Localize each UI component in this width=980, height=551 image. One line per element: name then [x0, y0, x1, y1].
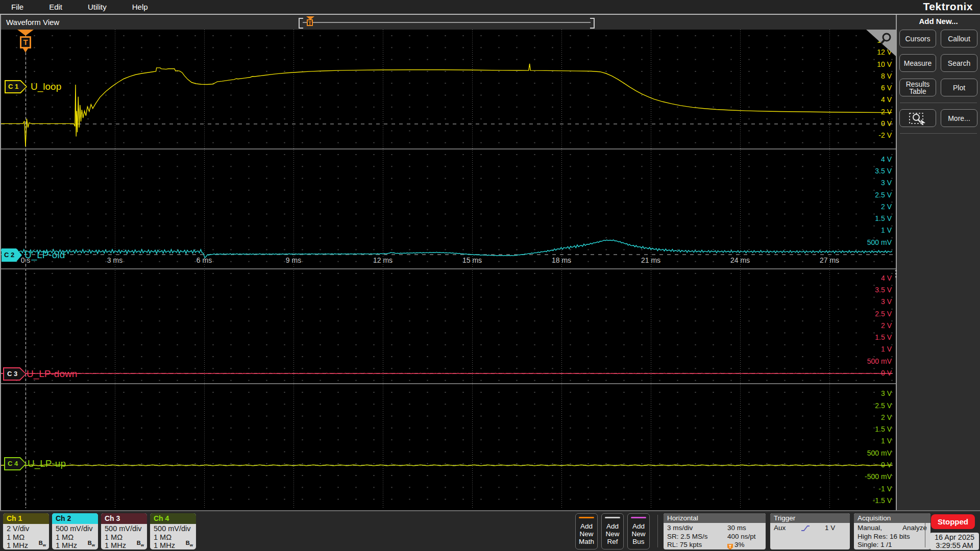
waveform-trace-U_LP-down: [1, 373, 892, 374]
channel-3-badge-header: Ch 3: [101, 513, 147, 524]
axis-label: 8 V: [846, 72, 892, 80]
trigger-panel[interactable]: Trigger Aux 1 V: [770, 513, 850, 549]
zoom-select-button[interactable]: [899, 109, 936, 127]
menu-utility[interactable]: Utility: [86, 3, 109, 11]
axis-label: 2.5 V: [846, 310, 892, 318]
channel-3-scale: 500 mV/div: [105, 524, 147, 533]
trigger-t-icon: T: [20, 36, 31, 48]
date-text: 16 Apr 2025: [931, 533, 978, 541]
channel-2-scale: 500 mV/div: [56, 524, 98, 533]
hpos-trigger-t-icon: T: [307, 19, 313, 26]
channel-name-U_LP-down[interactable]: U_LP-down: [27, 368, 77, 380]
time-text: 3:29:55 AM: [931, 541, 978, 549]
trigger-pointer-icon: [23, 48, 28, 53]
time-tick-label: 21 ms: [641, 256, 660, 264]
channel-4-badge[interactable]: Ch 4 500 mV/div 1 MΩ 1 MHz Bw: [150, 513, 196, 549]
channel-1-badge[interactable]: Ch 1 2 V/div 1 MΩ 1 MHz Bw: [3, 513, 49, 549]
horizontal-panel[interactable]: Horizontal 3 ms/div30 ms SR: 2.5 MS/s400…: [664, 513, 766, 549]
channel-3-badge[interactable]: Ch 3 500 mV/div 1 MΩ 1 MHz Bw: [101, 513, 147, 549]
channel-divider: [1, 148, 896, 149]
axis-label: 3 V: [846, 179, 892, 187]
more-button[interactable]: More...: [941, 109, 977, 127]
waveform-window: Waveform View T 0 s3 ms6 ms9 ms12 ms15 m…: [0, 15, 897, 510]
acquisition-resolution: High Res: 16 bits: [857, 533, 927, 541]
acquisition-panel[interactable]: Acquisition Manual,Analyze High Res: 16 …: [854, 513, 930, 549]
plot-button[interactable]: Plot: [941, 79, 977, 96]
rising-edge-icon: [800, 524, 811, 532]
channel-tag-C3[interactable]: C 3: [3, 367, 27, 381]
ref-accent-stripe: [605, 517, 620, 518]
axis-label: 4 V: [846, 95, 892, 104]
resolution: 400 ns/pt: [727, 533, 762, 541]
acquisition-panel-title: Acquisition: [854, 513, 930, 523]
menu-bar: File Edit Utility Help Tektronix: [0, 0, 980, 14]
time-tick-label: 15 ms: [462, 256, 482, 264]
sample-rate: SR: 2.5 MS/s: [667, 533, 708, 541]
axis-label: 0 V: [846, 461, 892, 469]
channel-name-U_loop[interactable]: U_loop: [31, 81, 61, 92]
channel-name-U_LP-up[interactable]: U_LP-up: [28, 458, 66, 469]
axis-label: -500 mV: [846, 472, 892, 481]
axis-label: 500 mV: [846, 357, 892, 365]
add-new-bus-button[interactable]: Add New Bus: [627, 513, 650, 549]
channel-tag-C4[interactable]: C 4: [4, 457, 27, 470]
sidebar-button-grid: Cursors Callout Measure Search Results T…: [897, 30, 980, 96]
main-area: Waveform View T 0 s3 ms6 ms9 ms12 ms15 m…: [0, 14, 980, 511]
axis-label: 0 V: [846, 119, 892, 128]
tektronix-logo: Tektronix: [923, 1, 973, 13]
record-length: RL: 75 kpts: [667, 541, 702, 549]
run-stop-status-button[interactable]: Stopped: [931, 514, 975, 529]
channel-2-badge[interactable]: Ch 2 500 mV/div 1 MΩ 1 MHz Bw: [52, 513, 98, 549]
search-button[interactable]: Search: [941, 54, 977, 72]
results-table-button[interactable]: Results Table: [899, 79, 936, 96]
channel-divider: [1, 383, 896, 384]
hpos-trigger-marker[interactable]: T: [306, 16, 315, 28]
menu-help[interactable]: Help: [130, 3, 150, 11]
waveform-view-title: Waveform View: [6, 18, 59, 27]
horizontal-position-indicator[interactable]: T: [299, 16, 595, 28]
axis-label: 2.5 V: [846, 402, 892, 410]
add-new-title: Add New...: [897, 17, 980, 26]
time-tick-label: 9 ms: [286, 256, 301, 264]
acquisition-single: Single: 1 /1: [857, 541, 927, 549]
math-accent-stripe: [579, 517, 594, 518]
axis-label: 0 V: [846, 369, 892, 377]
channel-tag-C1[interactable]: C 1: [5, 80, 27, 93]
add-new-math-button[interactable]: Add New Math: [575, 513, 598, 549]
horizontal-panel-title: Horizontal: [664, 513, 766, 523]
channel-1-scale: 2 V/div: [7, 524, 49, 533]
menu-edit[interactable]: Edit: [47, 3, 64, 11]
waveform-trace-U_LP-old: [1, 240, 892, 258]
channel-divider: [1, 268, 896, 269]
cursors-button[interactable]: Cursors: [899, 30, 936, 47]
acquisition-mode: Manual,: [857, 524, 882, 533]
add-new-ref-button[interactable]: Add New Ref: [601, 513, 624, 549]
channel-4-badge-header: Ch 4: [150, 513, 196, 524]
measure-button[interactable]: Measure: [899, 54, 936, 72]
time-tick-label: 24 ms: [730, 256, 750, 264]
channel-tag-label: C 3: [3, 367, 27, 381]
time-tick-label: 12 ms: [373, 256, 393, 264]
right-sidebar: Add New... Cursors Callout Measure Searc…: [897, 15, 980, 510]
channel-tag-label: C 2: [2, 248, 22, 262]
channel-1-bw-limit-icon: Bw: [39, 539, 46, 549]
bus-accent-stripe: [631, 517, 646, 518]
channel-tag-C2[interactable]: C 2: [2, 248, 22, 262]
axis-label: 1 V: [846, 345, 892, 353]
hpos-right-bracket: [590, 18, 595, 29]
time-tick-label: 18 ms: [552, 256, 571, 264]
callout-button[interactable]: Callout: [941, 30, 977, 47]
waveform-view-titlebar: Waveform View T: [1, 15, 896, 30]
axis-label: 2.5 V: [846, 191, 892, 199]
trigger-position-flag[interactable]: T: [16, 30, 35, 56]
channel-tag-label: C 4: [4, 457, 27, 470]
axis-label: -1.5 V: [846, 496, 892, 505]
menu-file[interactable]: File: [9, 3, 26, 11]
waveform-plot[interactable]: 0 s3 ms6 ms9 ms12 ms15 ms18 ms21 ms24 ms…: [1, 30, 896, 508]
axis-label: 1 V: [846, 437, 892, 445]
axis-label: 500 mV: [846, 238, 892, 246]
channel-4-bw-limit-icon: Bw: [186, 539, 193, 549]
axis-label: 6 V: [846, 84, 892, 92]
channel-name-U_LP-old[interactable]: U_LP-old: [24, 249, 65, 261]
hpos-left-bracket: [299, 18, 303, 29]
